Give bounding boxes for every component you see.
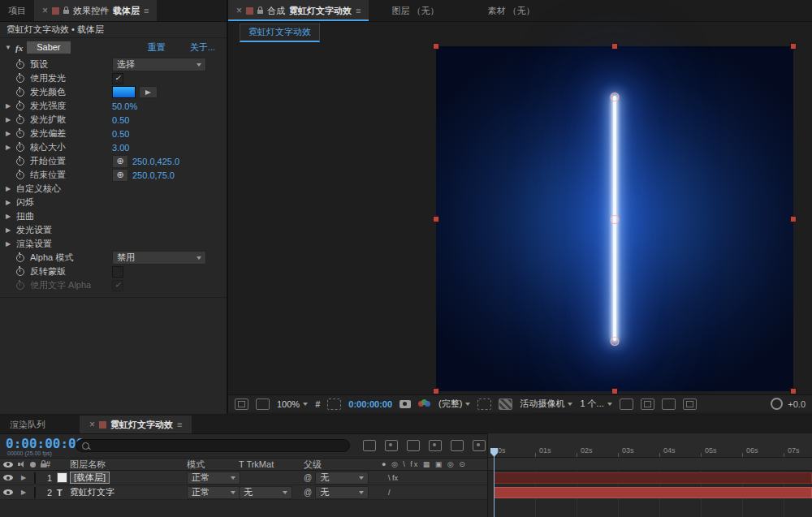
twirl-closed-icon[interactable]: ▶ xyxy=(6,102,16,110)
stopwatch-icon[interactable] xyxy=(16,157,30,166)
eyedropper-icon[interactable] xyxy=(139,86,158,98)
label-color-chip[interactable] xyxy=(34,487,36,498)
glow-color-swatch[interactable] xyxy=(112,86,136,98)
twirl-closed-icon[interactable]: ▶ xyxy=(6,240,16,248)
selection-handle-top-right[interactable] xyxy=(790,43,797,50)
panel-menu-icon[interactable]: ≡ xyxy=(177,420,182,429)
tab-effect-controls[interactable]: × 效果控件 载体层 ≡ xyxy=(34,0,157,21)
layer-switches[interactable]: / xyxy=(382,489,487,497)
stopwatch-icon[interactable] xyxy=(16,144,30,152)
about-effect-link[interactable]: 关于... xyxy=(190,41,215,54)
timeline-track-area[interactable]: 0s 01s 02s 03s 04s 05s 06s 07s xyxy=(487,433,812,517)
stopwatch-icon[interactable] xyxy=(16,88,30,97)
close-icon[interactable]: × xyxy=(89,420,95,429)
invert-mask-checkbox[interactable] xyxy=(112,266,123,278)
twirl-open-icon[interactable]: ▼ xyxy=(5,44,15,51)
viewer-timecode[interactable]: 0:00:00:00 xyxy=(348,399,392,409)
reset-effect-link[interactable]: 重置 xyxy=(148,41,166,54)
stopwatch-icon[interactable] xyxy=(16,61,30,69)
comp-nav-button[interactable]: 霓虹灯文字动效 xyxy=(240,24,320,42)
effect-group-flicker[interactable]: ▶ 闪烁 xyxy=(0,196,227,209)
pickwhip-icon[interactable]: @ xyxy=(304,473,312,482)
grid-guides-icon[interactable]: # xyxy=(315,399,320,409)
selection-handle-top-center[interactable] xyxy=(611,43,618,50)
selection-handle-mid-right[interactable] xyxy=(790,216,797,222)
frame-blending-icon[interactable] xyxy=(429,440,442,451)
stopwatch-icon[interactable] xyxy=(16,75,30,83)
trkmat-dropdown[interactable]: 无 xyxy=(239,486,292,499)
property-value[interactable]: 50.0% xyxy=(112,101,137,111)
exposure-gear-icon[interactable] xyxy=(771,398,783,410)
parent-dropdown[interactable]: 无 xyxy=(315,472,369,485)
point-picker-icon[interactable]: ⊕ xyxy=(112,169,128,182)
alpha-mode-dropdown[interactable]: 禁用 xyxy=(112,251,206,265)
comp-flowchart-icon[interactable] xyxy=(683,399,697,410)
draft-3d-icon[interactable] xyxy=(385,440,398,451)
selection-handle-top-left[interactable] xyxy=(433,43,439,50)
twirl-closed-icon[interactable]: ▶ xyxy=(6,226,16,234)
layer-row-2[interactable]: ▶ 2 T 霓虹灯文字 正常 无 @ 无 / xyxy=(0,485,487,500)
stopwatch-icon[interactable] xyxy=(16,102,30,110)
timeline-search-box[interactable] xyxy=(76,439,350,452)
enable-glow-checkbox[interactable]: ✓ xyxy=(112,73,123,84)
effect-group-glow-settings[interactable]: ▶ 发光设置 xyxy=(0,223,227,237)
stopwatch-icon[interactable] xyxy=(16,130,30,138)
stopwatch-icon[interactable] xyxy=(16,254,30,262)
tab-composition[interactable]: × 合成 霓虹灯文字动效 ≡ xyxy=(228,0,369,21)
layer-visibility-icon[interactable] xyxy=(3,489,13,495)
layer-name[interactable]: 霓虹灯文字 xyxy=(70,486,187,498)
timeline-button-icon[interactable] xyxy=(662,399,676,410)
property-value[interactable]: 0.50 xyxy=(112,115,129,125)
time-ruler[interactable]: 0s 01s 02s 03s 04s 05s 06s 07s xyxy=(488,433,812,458)
point-picker-icon[interactable]: ⊕ xyxy=(112,155,128,168)
effect-header-saber[interactable]: ▼ fx Saber 重置 关于... xyxy=(0,39,227,56)
close-icon[interactable]: × xyxy=(42,6,48,15)
panel-menu-icon[interactable]: ≡ xyxy=(356,6,361,15)
twirl-closed-icon[interactable]: ▶ xyxy=(6,144,16,151)
selection-handle-bottom-right[interactable] xyxy=(790,388,797,394)
fast-previews-icon[interactable] xyxy=(641,399,654,410)
twirl-closed-icon[interactable]: ▶ xyxy=(6,213,16,220)
effect-group-render-settings[interactable]: ▶ 渲染设置 xyxy=(0,237,227,251)
stopwatch-icon[interactable] xyxy=(16,116,30,124)
primary-viewer-icon[interactable] xyxy=(256,399,270,410)
magnification-select[interactable]: 100% xyxy=(277,399,308,409)
selection-handle-mid-left[interactable] xyxy=(433,216,439,222)
tab-footage[interactable]: 素材 （无） xyxy=(480,0,543,21)
hide-shy-layers-icon[interactable] xyxy=(407,440,420,451)
composition-image[interactable] xyxy=(436,46,793,391)
twirl-closed-icon[interactable]: ▶ xyxy=(6,116,16,123)
resolution-select[interactable]: (完整) xyxy=(438,398,470,410)
label-color-chip[interactable] xyxy=(34,472,36,484)
layer-name[interactable]: [载体层] xyxy=(70,472,110,484)
saber-start-point-handle[interactable] xyxy=(611,93,620,101)
effect-name[interactable]: Saber xyxy=(27,41,70,54)
twirl-closed-icon[interactable]: ▶ xyxy=(6,185,16,192)
view-layout-select[interactable]: 1 个... xyxy=(580,398,611,410)
region-of-interest-icon[interactable] xyxy=(477,399,491,410)
always-preview-icon[interactable] xyxy=(235,399,248,410)
twirl-closed-icon[interactable]: ▶ xyxy=(21,474,34,481)
preset-dropdown[interactable]: 选择 xyxy=(112,58,206,71)
layer-anchor-point-handle[interactable] xyxy=(611,215,620,224)
stopwatch-icon[interactable] xyxy=(16,268,30,276)
effect-group-distortion[interactable]: ▶ 扭曲 xyxy=(0,209,227,223)
parent-dropdown[interactable]: 无 xyxy=(315,486,369,499)
lock-icon[interactable] xyxy=(63,10,69,14)
exposure-value[interactable]: +0.0 xyxy=(788,399,806,409)
show-channels-icon[interactable] xyxy=(418,399,431,408)
twirl-closed-icon[interactable]: ▶ xyxy=(6,130,16,137)
current-timecode[interactable]: 0:00:00:00 xyxy=(6,436,84,451)
close-icon[interactable]: × xyxy=(236,6,242,15)
twirl-closed-icon[interactable]: ▶ xyxy=(21,489,34,496)
tab-project[interactable]: 项目 xyxy=(0,0,34,21)
panel-menu-icon[interactable]: ≡ xyxy=(144,6,149,15)
effect-group-custom-core[interactable]: ▶ 自定义核心 xyxy=(0,182,227,196)
tab-render-queue[interactable]: 渲染队列 xyxy=(0,416,55,433)
property-value[interactable]: 250.0,425.0 xyxy=(132,157,179,166)
selection-handle-bottom-center[interactable] xyxy=(611,388,618,394)
composition-mini-flowchart-icon[interactable] xyxy=(363,440,376,451)
search-input[interactable] xyxy=(94,441,343,451)
lock-icon[interactable] xyxy=(257,10,263,14)
property-value[interactable]: 3.00 xyxy=(112,143,129,153)
